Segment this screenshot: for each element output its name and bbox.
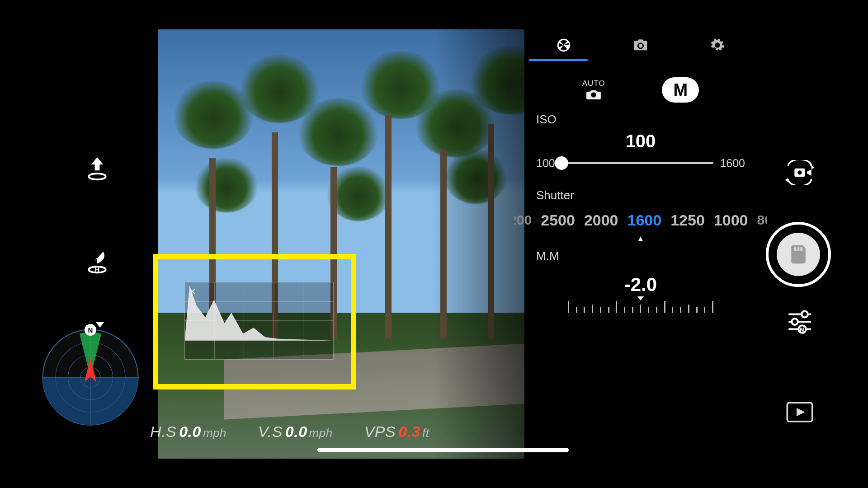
advanced-settings-button[interactable]: M <box>779 301 820 342</box>
iso-label: ISO <box>536 113 745 127</box>
mode-auto[interactable]: AUTO <box>582 79 605 101</box>
telemetry-vps-unit: ft <box>422 426 429 440</box>
histogram-curve <box>185 282 333 341</box>
telemetry-hs-unit: mph <box>203 426 226 440</box>
mm-scale-pointer-icon <box>637 296 644 300</box>
iso-value: 100 <box>536 131 745 151</box>
shutter-option[interactable]: 800 <box>757 212 767 228</box>
settings-tabs <box>525 29 756 61</box>
compass-north-label: N <box>88 326 93 334</box>
camera-live-feed <box>158 29 524 459</box>
takeoff-icon <box>83 154 112 183</box>
aperture-icon <box>556 38 571 53</box>
iso-slider[interactable]: 100 1600 <box>536 154 745 172</box>
svg-text:M: M <box>800 327 804 333</box>
return-home-button[interactable]: H <box>77 241 118 282</box>
telemetry-vps-value: 0.3 <box>398 423 420 440</box>
shutter-option[interactable]: 2000 <box>584 211 618 229</box>
playback-button[interactable] <box>779 392 820 432</box>
gear-icon <box>710 38 725 53</box>
telemetry-vs-tag: V.S <box>258 423 283 440</box>
shutter-option[interactable]: 1250 <box>670 211 705 229</box>
video-seek-bar[interactable] <box>317 448 569 452</box>
switch-mode-icon <box>784 160 816 185</box>
compass-arrow-icon <box>96 322 104 328</box>
sd-card-icon <box>786 242 811 267</box>
tab-exposure[interactable] <box>525 29 602 61</box>
shutter-label: Shutter <box>536 188 745 202</box>
telemetry-vs-value: 0.0 <box>285 423 307 440</box>
sliders-icon: M <box>785 307 815 337</box>
shutter-option[interactable]: 2500 <box>541 211 575 229</box>
takeoff-button[interactable] <box>77 148 118 188</box>
svg-rect-13 <box>794 247 797 251</box>
mode-manual[interactable]: M <box>662 77 699 103</box>
telemetry-vps: VPS0.3ft <box>364 423 429 441</box>
switch-photo-video-button[interactable] <box>779 152 820 193</box>
telemetry-vps-tag: VPS <box>364 423 396 440</box>
return-home-icon: H <box>83 247 112 276</box>
iso-slider-knob[interactable] <box>555 156 568 170</box>
camera-small-icon <box>585 89 602 101</box>
shutter-pointer-icon: ▲ <box>525 234 756 244</box>
iso-max: 1600 <box>720 157 745 170</box>
tab-underline <box>529 59 588 61</box>
mode-manual-label: M <box>673 80 688 100</box>
attitude-radar[interactable]: N <box>41 328 140 427</box>
shutter-option[interactable]: 1000 <box>714 211 748 229</box>
svg-point-20 <box>792 319 798 325</box>
histogram[interactable] <box>184 282 334 360</box>
tab-settings[interactable] <box>679 29 756 61</box>
camera-settings-panel: AUTO M ISO 100 100 1600 Shutter 3200 250… <box>525 29 756 459</box>
svg-point-0 <box>89 174 105 179</box>
svg-point-19 <box>802 311 808 318</box>
mm-scale[interactable] <box>568 298 713 313</box>
telemetry-hs-value: 0.0 <box>179 423 201 440</box>
compass-north-badge: N <box>85 324 96 336</box>
radar-icon <box>41 328 140 427</box>
shutter-picker[interactable]: 3200 2500 2000 1600 1250 1000 800 <box>514 207 767 233</box>
iso-min: 100 <box>536 157 555 170</box>
telemetry-hs-tag: H.S <box>150 423 176 440</box>
shutter-option[interactable]: 3200 <box>514 212 532 228</box>
camera-icon <box>633 38 648 53</box>
svg-rect-14 <box>797 247 800 251</box>
play-icon <box>786 401 813 423</box>
mode-auto-label: AUTO <box>582 79 605 88</box>
tab-photo[interactable] <box>602 29 679 61</box>
telemetry-vs: V.S0.0mph <box>258 423 333 441</box>
telemetry-bar: H.S0.0mph V.S0.0mph VPS0.3ft <box>150 423 429 441</box>
histogram-highlight: × <box>153 254 356 389</box>
svg-point-12 <box>797 170 802 174</box>
telemetry-vs-unit: mph <box>309 426 333 440</box>
svg-text:H: H <box>95 266 100 273</box>
telemetry-hs: H.S0.0mph <box>150 423 226 441</box>
shutter-option-selected[interactable]: 1600 <box>627 211 662 229</box>
svg-rect-15 <box>801 247 803 251</box>
histogram-close-button[interactable]: × <box>189 285 196 299</box>
mm-label: M.M <box>536 249 745 263</box>
mm-value: -2.0 <box>536 274 745 296</box>
shutter-button[interactable] <box>766 222 831 287</box>
